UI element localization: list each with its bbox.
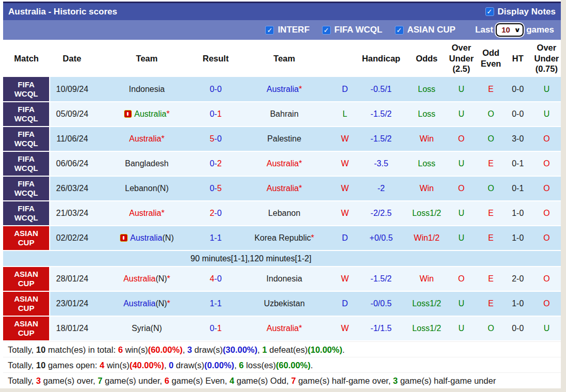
text-segment: 10 [36, 345, 45, 354]
handicap-value: -1.5/2 [353, 102, 409, 127]
home-team[interactable]: Australia* [94, 127, 199, 151]
text-segment: (N) [156, 299, 167, 308]
result-letter: L [336, 102, 353, 127]
home-team[interactable]: Lebanon(N) [94, 176, 199, 201]
text-segment: 7 [98, 376, 102, 385]
text-segment: (0.00%) [204, 360, 234, 370]
match-row: FIFAWCQL05/09/24Australia*0-1BahrainL-1.… [3, 102, 561, 127]
column-header: Result [200, 40, 232, 77]
competition-badge[interactable]: FIFAWCQL [3, 176, 50, 201]
away-team[interactable]: Australia* [232, 151, 336, 176]
away-team[interactable]: Lebanon [232, 201, 336, 226]
over-under-25-result: U [445, 226, 479, 250]
page-title: Australia - Historic scores [8, 7, 117, 17]
text-segment: draw(s) [192, 345, 223, 354]
over-under-075-result: O [532, 176, 561, 201]
over-under-075-result: O [532, 201, 561, 226]
handicap-odds-result: Loss1/2 [409, 201, 444, 226]
text-segment: E [488, 209, 494, 217]
over-under-25-result: U [445, 291, 479, 316]
away-team[interactable]: Korea Republic* [232, 226, 336, 250]
text-segment: 3 [393, 376, 397, 385]
text-segment: * [167, 274, 170, 283]
home-team[interactable]: Australia* [94, 102, 199, 127]
handicap-value: -1.5/2 [353, 266, 409, 291]
text-segment: 4 [210, 274, 215, 283]
away-team[interactable]: Palestine [232, 127, 336, 151]
text-segment: O [543, 274, 549, 283]
text-segment: Totally, [8, 345, 36, 354]
filter-checkbox-interf[interactable]: ✓INTERF [265, 25, 309, 35]
text-segment: 5 [217, 184, 222, 193]
text-segment: (N) [156, 274, 167, 283]
handicap-value: -2/2.5 [353, 201, 409, 226]
text-segment: O [543, 299, 549, 308]
away-team[interactable]: Indonesia [232, 266, 336, 291]
text-segment: E [488, 299, 494, 308]
match-row: FIFAWCQL21/03/24Australia*2-0LebanonW-2/… [3, 201, 561, 226]
text-segment: U [458, 299, 465, 308]
text-segment: 0- [210, 109, 217, 118]
home-team[interactable]: Australia(N)* [94, 291, 199, 316]
handicap-odds-result: Win [409, 266, 444, 291]
competition-badge[interactable]: FIFAWCQL [3, 151, 50, 176]
text-segment: 0-0 [512, 85, 524, 93]
note-row: 90 minutes[1-1],120 minutes[1-2] [3, 250, 561, 266]
competition-badge[interactable]: FIFAWCQL [3, 201, 50, 226]
column-header: Date [50, 40, 94, 77]
over-under-25-result: U [445, 102, 479, 127]
competition-badge[interactable]: ASIANCUP [3, 266, 50, 291]
away-team[interactable]: Bahrain [232, 102, 336, 127]
filter-checkbox-asian-cup[interactable]: ✓ASIAN CUP [395, 25, 456, 35]
away-team[interactable]: Uzbekistan [232, 291, 336, 316]
text-segment: (60.00%) [276, 360, 311, 370]
away-team[interactable]: Australia* [232, 316, 336, 341]
checkbox-label: FIFA WCQL [334, 25, 383, 35]
competition-badge[interactable]: FIFAWCQL [3, 77, 50, 102]
games-count-select[interactable]: 10 [496, 23, 524, 37]
match-row: FIFAWCQL11/06/24Australia*5-0PalestineW-… [3, 127, 561, 151]
home-team[interactable]: Australia* [94, 201, 199, 226]
text-segment: E [488, 233, 494, 242]
text-segment: game(s) Even, [169, 376, 229, 385]
text-segment: U [544, 85, 550, 93]
text-segment: E [488, 85, 494, 93]
competition-badge[interactable]: ASIANCUP [3, 291, 50, 316]
competition-badge[interactable]: FIFAWCQL [3, 102, 50, 127]
text-segment: D [342, 299, 348, 308]
column-header: Over Under (0.75) [532, 40, 561, 77]
result-letter: W [336, 176, 353, 201]
away-team[interactable]: Australia* [232, 176, 336, 201]
over-under-075-result: O [532, 291, 561, 316]
result-letter: W [336, 127, 353, 151]
odd-even-result: O [479, 176, 503, 201]
competition-badge[interactable]: FIFAWCQL [3, 127, 50, 151]
home-team[interactable]: Syria(N) [94, 316, 199, 341]
text-segment: loss(es) [243, 360, 276, 370]
filter-checkboxes: ✓INTERF✓FIFA WCQL✓ASIAN CUP [265, 25, 455, 35]
text-segment: 5 [210, 134, 215, 143]
match-date: 28/01/24 [50, 266, 94, 291]
text-segment: W [341, 159, 349, 168]
text-segment: 1-1 [210, 299, 222, 308]
text-segment: 0- [210, 159, 217, 168]
text-segment: U [458, 233, 465, 242]
home-team[interactable]: Indonesia [94, 77, 199, 102]
text-segment: Win [420, 134, 434, 143]
text-segment: -2/2.5 [371, 209, 392, 217]
filter-checkbox-fifa-wcql[interactable]: ✓FIFA WCQL [322, 25, 383, 35]
home-team[interactable]: Bangladesh [94, 151, 199, 176]
half-time-score: 3-0 [503, 127, 532, 151]
text-segment: O [458, 134, 464, 143]
away-team[interactable]: Australia* [232, 77, 336, 102]
display-notes-checkbox[interactable]: ✓ Display Notes [485, 7, 556, 17]
text-segment: 21/03/24 [56, 209, 88, 217]
home-team[interactable]: Australia(N)* [94, 266, 199, 291]
text-segment: defeat(es) [267, 345, 308, 354]
home-team[interactable]: Australia(N) [94, 226, 199, 250]
competition-badge[interactable]: ASIANCUP [3, 226, 50, 250]
text-segment: Australia [267, 159, 299, 168]
full-time-score: 0-5 [200, 176, 232, 201]
competition-badge[interactable]: ASIANCUP [3, 316, 50, 341]
text-segment: Uzbekistan [264, 299, 304, 308]
